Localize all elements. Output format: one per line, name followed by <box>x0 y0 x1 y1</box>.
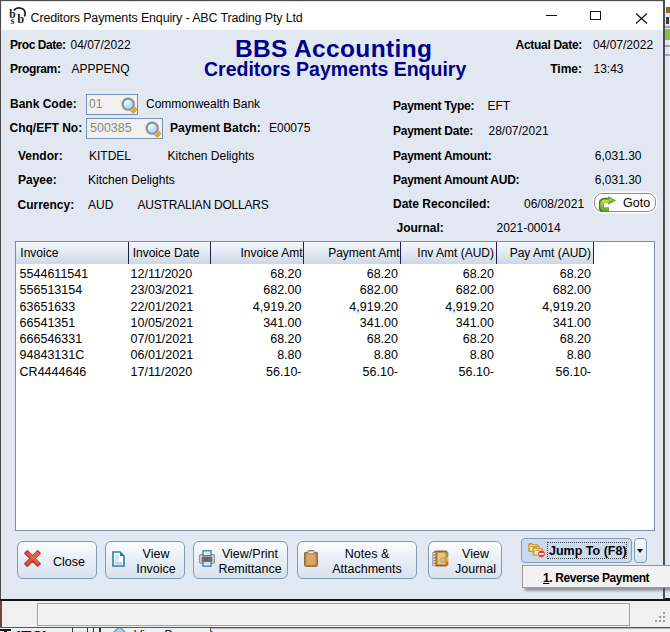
svg-text:@: @ <box>439 555 447 564</box>
svg-text:b: b <box>17 12 24 25</box>
svg-text:s: s <box>11 16 15 24</box>
